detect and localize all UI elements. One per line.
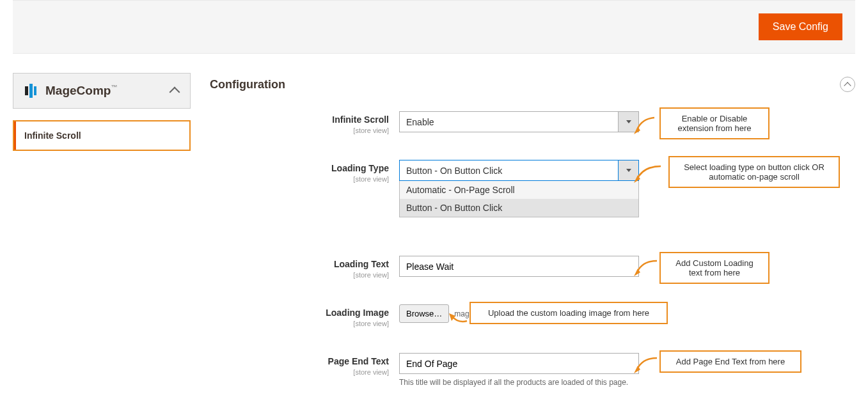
brand-name: MageComp™ — [45, 84, 117, 98]
chevron-down-icon — [626, 169, 631, 172]
annotation-loading-image: Upload the custom loading image from her… — [470, 302, 668, 324]
browse-button[interactable]: Browse… — [399, 304, 449, 323]
collapse-section-button[interactable] — [840, 77, 855, 92]
input-page-end-text[interactable] — [399, 353, 639, 374]
chevron-up-icon — [170, 87, 180, 98]
label-loading-image: Loading Image — [326, 308, 389, 318]
select-value: Enable — [406, 117, 434, 127]
sidebar: MageComp™ Infinite Scroll — [13, 73, 191, 387]
dropdown-arrow-button[interactable] — [618, 160, 639, 181]
sidebar-item-infinite-scroll[interactable]: Infinite Scroll — [13, 120, 191, 151]
save-config-button[interactable]: Save Config — [759, 13, 842, 40]
dropdown-option[interactable]: Automatic - On-Page Scroll — [400, 181, 638, 199]
select-infinite-scroll[interactable]: Enable — [399, 111, 639, 132]
label-loading-text: Loading Text — [334, 259, 389, 269]
svg-rect-0 — [25, 86, 28, 95]
annotation-page-end-text: Add Page End Text from here — [659, 350, 801, 373]
annotation-loading-text: Add Custom Loading text from here — [659, 252, 769, 284]
magecomp-logo-icon — [25, 84, 40, 98]
input-loading-text[interactable] — [399, 256, 639, 277]
section-title: Configuration — [210, 78, 285, 91]
scope-label: [store view] — [210, 368, 389, 376]
svg-rect-2 — [34, 86, 36, 95]
help-text: This title will be displayed if all the … — [399, 378, 636, 387]
annotation-infinite-scroll: Enable or Disable extension from here — [659, 107, 769, 139]
chevron-up-icon — [844, 82, 851, 89]
select-loading-type[interactable]: Button - On Button Click — [399, 160, 639, 181]
scope-label: [store view] — [210, 320, 389, 327]
chevron-down-icon — [626, 120, 631, 123]
annotation-loading-type: Select loading type on button click OR a… — [668, 156, 840, 188]
label-loading-type: Loading Type — [331, 163, 389, 173]
label-page-end-text: Page End Text — [328, 356, 389, 366]
scope-label: [store view] — [210, 271, 389, 279]
scope-label: [store view] — [210, 175, 389, 183]
scope-label: [store view] — [210, 127, 389, 134]
select-value: Button - On Button Click — [406, 166, 502, 176]
sidebar-section-magecomp[interactable]: MageComp™ — [13, 73, 191, 109]
svg-rect-1 — [29, 84, 33, 98]
main-content: Configuration Infinite Scroll [store vie… — [210, 73, 855, 387]
dropdown-arrow-button[interactable] — [618, 111, 639, 132]
dropdown-option[interactable]: Button - On Button Click — [400, 199, 638, 217]
label-infinite-scroll: Infinite Scroll — [332, 114, 389, 125]
dropdown-options: Automatic - On-Page Scroll Button - On B… — [399, 181, 639, 217]
